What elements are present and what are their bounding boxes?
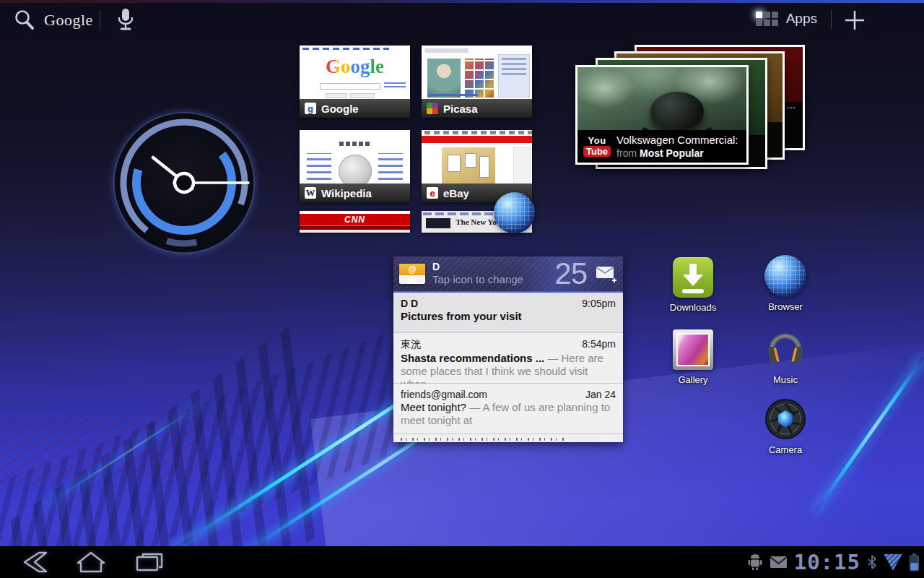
back-button[interactable] (7, 546, 59, 578)
email-time: 8:54pm (582, 338, 616, 350)
bookmark-thumbnail: CNN (300, 211, 410, 233)
email-row[interactable]: 東洸 8:54pm Shasta recommendations ... — H… (393, 333, 623, 384)
gallery-icon (673, 329, 713, 370)
shortcut-gallery[interactable]: Gallery (653, 329, 733, 385)
camera-icon (764, 398, 806, 440)
youtube-widget: ... oi... .... You Tube Vol (574, 42, 814, 168)
clock-center (175, 173, 193, 192)
unread-count: 25 (554, 256, 587, 291)
bookmark-label-bar: W Wikipedia (300, 184, 410, 202)
email-notification-icon (770, 556, 788, 569)
google-favicon: g (305, 103, 316, 114)
ebay-favicon: e (427, 187, 438, 199)
email-subject: Pictures from your visit (401, 310, 522, 322)
shortcut-camera[interactable]: Camera (746, 398, 825, 455)
bookmark-label: Wikipedia (321, 187, 372, 199)
back-icon (17, 550, 49, 574)
email-time: 9:05pm (582, 298, 616, 309)
beetle-image (650, 92, 704, 131)
picasa-favicon (427, 103, 438, 114)
shortcut-label: Browser (768, 301, 803, 312)
bookmark-label-bar: Picasa (422, 99, 532, 118)
apps-grid-icon (756, 12, 778, 26)
email-widget-header[interactable]: @ D Tap icon to change 25 (393, 256, 623, 293)
home-icon (75, 550, 107, 574)
shortcut-browser[interactable]: Browser (746, 255, 825, 312)
analog-clock (107, 105, 261, 260)
email-widget: @ D Tap icon to change 25 D D 9:05pm (393, 256, 623, 442)
email-subject: Meet tonight? (401, 401, 466, 413)
youtube-video-title: Volkswagen Commercial: Black... (616, 134, 741, 146)
clock-widget[interactable] (107, 105, 261, 260)
email-header-text: D Tap icon to change (432, 261, 547, 287)
google-search-logo: Google (44, 11, 93, 30)
battery-icon (909, 553, 920, 571)
bookmark-label: eBay (443, 187, 469, 199)
top-action-bar: Google Apps (0, 0, 924, 40)
apps-label: Apps (786, 11, 817, 27)
youtube-from: from (616, 147, 637, 159)
bookmark-card-google[interactable]: Google g Google (300, 46, 410, 118)
music-icon (763, 325, 808, 370)
top-bar-divider (100, 10, 100, 29)
compose-icon (596, 265, 617, 284)
email-row-partial[interactable] (393, 434, 623, 441)
status-clock: 10:15 (794, 550, 860, 574)
browser-icon (764, 255, 806, 297)
wikipedia-favicon: W (305, 187, 316, 199)
bookmark-label-bar: g Google (300, 99, 410, 118)
youtube-label-bar: You Tube Volkswagen Commercial: Black...… (578, 130, 746, 163)
bookmark-label: Google (321, 103, 359, 115)
youtube-logo: You Tube (583, 136, 611, 157)
shortcut-label: Music (773, 374, 798, 385)
recents-button[interactable] (123, 546, 175, 578)
email-row[interactable]: D D 9:05pm Pictures from your visit (393, 293, 623, 333)
top-bar-divider (831, 10, 832, 29)
shortcut-downloads[interactable]: Downloads (653, 257, 733, 313)
home-button[interactable] (65, 546, 117, 578)
usb-debug-icon (747, 553, 763, 571)
youtube-channel-line: from Most Popular (616, 147, 741, 159)
microphone-icon (116, 6, 136, 35)
at-symbol: @ (408, 264, 417, 275)
bookmark-card-picasa[interactable]: Picasa (422, 46, 532, 118)
bookmark-card-ebay[interactable]: e eBay (422, 130, 532, 202)
email-sender: D D (401, 298, 418, 309)
bookmark-card-wikipedia[interactable]: W Wikipedia (300, 130, 410, 202)
compose-button[interactable] (596, 265, 617, 282)
home-screen: Google Apps (0, 0, 924, 578)
add-widget-button[interactable] (843, 9, 866, 32)
email-subject: Shasta recommendations ... (401, 352, 544, 364)
shortcut-label: Downloads (670, 302, 716, 313)
signal-icon (884, 554, 902, 571)
youtube-text: Volkswagen Commercial: Black... from Mos… (616, 134, 741, 159)
youtube-logo-tube: Tube (583, 146, 611, 157)
plus-icon (843, 9, 866, 32)
search-icon (13, 9, 35, 31)
bookmarks-globe-icon (494, 192, 535, 233)
shortcut-label: Gallery (678, 374, 707, 385)
bookmark-card-cnn-partial[interactable]: CNN (300, 211, 410, 233)
cnn-thumb-logo: CNN (344, 215, 365, 225)
shortcut-music[interactable]: Music (746, 325, 825, 385)
bluetooth-icon (867, 554, 877, 570)
recents-icon (133, 550, 165, 574)
google-thumb-logo: Google (300, 56, 410, 78)
email-account-name: D (432, 261, 547, 274)
youtube-channel: Most Popular (640, 147, 704, 159)
bookmark-label: Picasa (443, 103, 478, 115)
youtube-logo-you: You (588, 136, 606, 145)
search-button[interactable]: Google (13, 9, 93, 31)
system-bar: 10:15 (0, 546, 924, 578)
voice-search-button[interactable] (116, 6, 136, 35)
email-row[interactable]: friends@gmail.com Jan 24 Meet tonight? —… (393, 384, 623, 434)
downloads-icon (673, 257, 713, 298)
email-sender: 東洸 (401, 338, 421, 351)
status-area[interactable]: 10:15 (747, 546, 920, 578)
youtube-card-front[interactable]: You Tube Volkswagen Commercial: Black...… (575, 65, 749, 165)
email-time: Jan 24 (585, 389, 616, 400)
email-header-subtitle: Tap icon to change (432, 273, 547, 287)
email-account-icon[interactable]: @ (399, 264, 425, 284)
shortcut-label: Camera (769, 444, 802, 455)
apps-button[interactable]: Apps (756, 11, 817, 27)
